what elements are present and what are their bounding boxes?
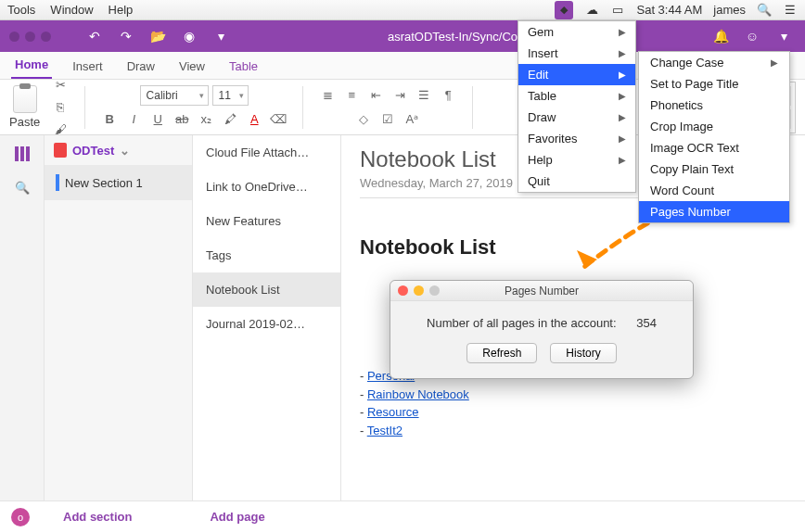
tab-home[interactable]: Home bbox=[11, 52, 52, 79]
strike-button[interactable]: ab bbox=[171, 109, 193, 130]
paste-label: Paste bbox=[9, 115, 40, 129]
menu-item-favorites[interactable]: Favorites▶ bbox=[518, 128, 635, 149]
todo-button[interactable]: ☑ bbox=[377, 109, 399, 130]
tab-insert[interactable]: Insert bbox=[69, 54, 107, 79]
section-label: New Section 1 bbox=[65, 176, 143, 190]
menu-window[interactable]: Window bbox=[50, 3, 93, 17]
dialog-title: Pages Number bbox=[390, 285, 693, 298]
chevron-down-icon: ⌄ bbox=[120, 144, 130, 158]
add-section-button[interactable]: Add section bbox=[63, 510, 132, 524]
menu-item-insert[interactable]: Insert▶ bbox=[518, 43, 635, 64]
more-icon[interactable]: ▾ bbox=[209, 26, 233, 46]
traffic-lights[interactable] bbox=[9, 32, 51, 42]
clear-format-button[interactable]: ⌫ bbox=[267, 109, 289, 130]
menu-item-quit[interactable]: Quit bbox=[518, 171, 635, 192]
notebooks-icon[interactable] bbox=[11, 143, 33, 165]
history-button[interactable]: History bbox=[550, 343, 616, 363]
menu-item-word-count[interactable]: Word Count bbox=[639, 180, 789, 201]
page-item[interactable]: Notebook List bbox=[193, 272, 340, 307]
notebook-link[interactable]: Resource bbox=[367, 405, 419, 419]
gem-menubar-icon[interactable]: ◆ bbox=[555, 1, 573, 19]
menu-tools[interactable]: Tools bbox=[7, 3, 35, 17]
tag-button[interactable]: ◇ bbox=[352, 109, 375, 130]
page-item[interactable]: Journal 2019-02… bbox=[193, 307, 340, 341]
menu-item-change-case[interactable]: Change Case▶ bbox=[639, 52, 789, 73]
footer: o Add section Add page bbox=[0, 500, 805, 532]
refresh-button[interactable]: Refresh bbox=[466, 343, 537, 363]
page-item[interactable]: Cloud File Attach… bbox=[193, 135, 340, 170]
tab-table[interactable]: Table bbox=[225, 54, 262, 79]
note-heading[interactable]: Notebook List bbox=[360, 235, 786, 260]
page-item[interactable]: Tags bbox=[193, 238, 340, 272]
outdent-button[interactable]: ⇤ bbox=[364, 85, 387, 106]
notebook-header[interactable]: ODTest ⌄ bbox=[45, 135, 192, 165]
clock: Sat 3:44 AM bbox=[636, 3, 702, 17]
menu-item-ocr[interactable]: Image OCR Text bbox=[639, 137, 789, 158]
page-date: Wednesday, March 27, 2019 bbox=[360, 176, 513, 190]
section-color-mark bbox=[56, 174, 59, 191]
tab-draw[interactable]: Draw bbox=[123, 54, 159, 79]
align-button[interactable]: ☰ bbox=[413, 85, 435, 106]
bold-button[interactable]: B bbox=[98, 109, 121, 130]
clipboard-icon bbox=[13, 85, 37, 113]
bullets-button[interactable]: ≣ bbox=[316, 85, 339, 106]
menu-item-set-page-title[interactable]: Set to Page Title bbox=[639, 73, 789, 95]
undo-icon[interactable]: ↶ bbox=[83, 26, 107, 46]
left-rail: 🔍 bbox=[0, 135, 45, 500]
mac-menubar: Tools Window Help ◆ ☁ ▭ Sat 3:44 AM jame… bbox=[0, 0, 805, 20]
edit-submenu: Change Case▶ Set to Page Title Phonetics… bbox=[638, 51, 790, 223]
menu-item-phonetics[interactable]: Phonetics bbox=[639, 95, 789, 116]
highlight-button[interactable]: 🖍 bbox=[219, 109, 241, 130]
dialog-titlebar[interactable]: Pages Number bbox=[390, 281, 693, 301]
sync-icon[interactable]: ◉ bbox=[177, 26, 201, 46]
numbering-button[interactable]: ≡ bbox=[340, 85, 363, 106]
notebook-icon bbox=[54, 143, 67, 158]
pages-panel: Cloud File Attach… Link to OneDrive… New… bbox=[193, 135, 341, 500]
notebook-link[interactable]: Rainbow Notebook bbox=[367, 387, 469, 401]
indent-button[interactable]: ⇥ bbox=[389, 85, 411, 106]
gem-menu: Gem▶ Insert▶ Edit▶ Table▶ Draw▶ Favorite… bbox=[518, 20, 636, 193]
svg-rect-2 bbox=[26, 146, 30, 161]
add-page-button[interactable]: Add page bbox=[210, 510, 264, 524]
style-button[interactable]: Aᵃ bbox=[401, 109, 423, 130]
notebook-name: ODTest bbox=[72, 144, 114, 158]
chevron-down-icon[interactable]: ▾ bbox=[772, 26, 796, 46]
menu-item-pages-number[interactable]: Pages Number bbox=[639, 201, 789, 222]
subscript-button[interactable]: x₂ bbox=[195, 109, 217, 130]
menu-item-help[interactable]: Help▶ bbox=[518, 149, 635, 171]
svg-rect-0 bbox=[15, 146, 19, 161]
paste-button[interactable]: Paste bbox=[9, 85, 40, 129]
menu-item-gem[interactable]: Gem▶ bbox=[518, 21, 635, 43]
search-icon[interactable]: 🔍 bbox=[757, 3, 772, 18]
app-titlebar: ↶ ↷ 📂 ◉ ▾ asratODTest-In/Sync/Complete 🔔… bbox=[0, 20, 805, 52]
font-select[interactable]: Calibri bbox=[140, 85, 209, 106]
section-item[interactable]: New Section 1 bbox=[45, 165, 192, 200]
user-name[interactable]: james bbox=[713, 3, 746, 17]
cut-icon[interactable]: ✂ bbox=[49, 75, 71, 95]
menu-item-crop-image[interactable]: Crop Image bbox=[639, 116, 789, 137]
smile-icon[interactable]: ☺ bbox=[740, 26, 764, 46]
italic-button[interactable]: I bbox=[122, 109, 145, 130]
copy-icon[interactable]: ⎘ bbox=[49, 97, 71, 118]
tab-view[interactable]: View bbox=[175, 54, 209, 79]
menu-item-edit[interactable]: Edit▶ bbox=[518, 64, 635, 85]
account-badge[interactable]: o bbox=[11, 508, 30, 526]
folder-open-icon[interactable]: 📂 bbox=[146, 26, 170, 46]
list-icon[interactable]: ☰ bbox=[783, 3, 798, 18]
notebook-link[interactable]: TestIt2 bbox=[367, 424, 402, 437]
font-color-button[interactable]: A bbox=[243, 109, 265, 130]
page-item[interactable]: Link to OneDrive… bbox=[193, 170, 340, 204]
cloud-icon[interactable]: ☁ bbox=[584, 3, 599, 18]
menu-item-copy-plain[interactable]: Copy Plain Text bbox=[639, 158, 789, 180]
redo-icon[interactable]: ↷ bbox=[114, 26, 138, 46]
menu-item-table[interactable]: Table▶ bbox=[518, 85, 635, 107]
pilcrow-button[interactable]: ¶ bbox=[437, 85, 459, 106]
underline-button[interactable]: U bbox=[147, 109, 169, 130]
search-rail-icon[interactable]: 🔍 bbox=[11, 176, 33, 198]
font-size-select[interactable]: 11 bbox=[212, 85, 249, 106]
menu-help[interactable]: Help bbox=[109, 3, 134, 17]
bell-icon[interactable]: 🔔 bbox=[709, 26, 733, 46]
menu-item-draw[interactable]: Draw▶ bbox=[518, 107, 635, 128]
display-icon[interactable]: ▭ bbox=[610, 3, 625, 18]
page-item[interactable]: New Features bbox=[193, 204, 340, 238]
